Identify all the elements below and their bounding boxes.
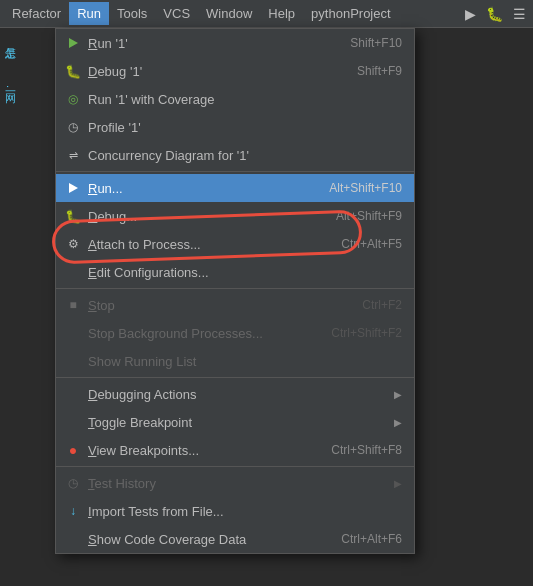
menu-item-showcoverage[interactable]: Show Code Coverage Data Ctrl+Alt+F6 (56, 525, 414, 553)
menu-item-concurrency1[interactable]: ⇌ Concurrency Diagram for '1' (56, 141, 414, 169)
menu-item-run1-label: Run '1' (88, 36, 330, 51)
menu-item-stop-label: Stop (88, 298, 342, 313)
togglebp-arrow-icon: ▶ (394, 417, 402, 428)
menu-item-run1[interactable]: Run '1' Shift+F10 (56, 29, 414, 57)
side-hint-bottom: 一网. (3, 85, 18, 88)
viewbp-icon: ● (64, 441, 82, 459)
menu-item-debug1-shortcut: Shift+F9 (357, 64, 402, 78)
menu-item-showrunning[interactable]: Show Running List (56, 347, 414, 375)
menu-item-stopbg-shortcut: Ctrl+Shift+F2 (331, 326, 402, 340)
menu-item-coverage1[interactable]: ◎ Run '1' with Coverage (56, 85, 414, 113)
concurrency1-icon: ⇌ (64, 146, 82, 164)
debugging-icon (64, 385, 82, 403)
debug1-icon: 🐛 (64, 62, 82, 80)
testhist-arrow-icon: ▶ (394, 478, 402, 489)
menu-item-profile1-label: Profile '1' (88, 120, 402, 135)
stop-icon: ■ (64, 296, 82, 314)
menu-item-togglebp-label: Toggle Breakpoint (88, 415, 390, 430)
menu-item-importtests-label: Import Tests from File... (88, 504, 402, 519)
settings-toolbar-icon[interactable]: ☰ (510, 4, 529, 24)
debugging-arrow-icon: ▶ (394, 389, 402, 400)
debug-toolbar-icon[interactable]: 🐛 (483, 4, 506, 24)
menu-item-run[interactable]: Run... Alt+Shift+F10 (56, 174, 414, 202)
attach-icon: ⚙ (64, 235, 82, 253)
menu-item-attach-shortcut: Ctrl+Alt+F5 (341, 237, 402, 251)
profile1-icon: ◷ (64, 118, 82, 136)
menu-item-viewbp-shortcut: Ctrl+Shift+F8 (331, 443, 402, 457)
menu-item-concurrency1-label: Concurrency Diagram for '1' (88, 148, 402, 163)
menu-item-stopbg[interactable]: Stop Background Processes... Ctrl+Shift+… (56, 319, 414, 347)
menu-help[interactable]: Help (260, 2, 303, 25)
importtests-icon: ↓ (64, 502, 82, 520)
testhist-icon: ◷ (64, 474, 82, 492)
debug-icon: 🐛 (64, 207, 82, 225)
menu-item-testhist[interactable]: ◷ Test History ▶ (56, 469, 414, 497)
menu-tools[interactable]: Tools (109, 2, 155, 25)
menu-item-viewbp-label: View Breakpoints... (88, 443, 311, 458)
menu-item-attach[interactable]: ⚙ Attach to Process... Ctrl+Alt+F5 (56, 230, 414, 258)
menu-item-debug[interactable]: 🐛 Debug... Alt+Shift+F9 (56, 202, 414, 230)
menu-item-debug-shortcut: Alt+Shift+F9 (336, 209, 402, 223)
menu-run[interactable]: Run (69, 2, 109, 25)
menu-item-run-label: Run... (88, 181, 309, 196)
menu-item-editconfig-label: Edit Configurations... (88, 265, 402, 280)
menu-item-debugging[interactable]: Debugging Actions ▶ (56, 380, 414, 408)
menu-item-coverage1-label: Run '1' with Coverage (88, 92, 402, 107)
togglebp-icon (64, 413, 82, 431)
menu-item-debug1-label: Debug '1' (88, 64, 337, 79)
menu-item-showcoverage-label: Show Code Coverage Data (88, 532, 321, 547)
menu-item-testhist-label: Test History (88, 476, 390, 491)
menu-item-run-shortcut: Alt+Shift+F10 (329, 181, 402, 195)
menu-item-togglebp[interactable]: Toggle Breakpoint ▶ (56, 408, 414, 436)
menu-vcs[interactable]: VCS (155, 2, 198, 25)
run-toolbar-icon[interactable]: ▶ (462, 4, 479, 24)
stopbg-icon (64, 324, 82, 342)
toolbar-right: ▶ 🐛 ☰ (462, 4, 529, 24)
menu-item-editconfig[interactable]: Edit Configurations... (56, 258, 414, 286)
menu-item-viewbp[interactable]: ● View Breakpoints... Ctrl+Shift+F8 (56, 436, 414, 464)
menu-item-attach-label: Attach to Process... (88, 237, 321, 252)
separator-4 (56, 466, 414, 467)
menu-window[interactable]: Window (198, 2, 260, 25)
separator-1 (56, 171, 414, 172)
showcoverage-icon (64, 530, 82, 548)
menu-project[interactable]: pythonProject (303, 2, 399, 25)
menu-item-profile1[interactable]: ◷ Profile '1' (56, 113, 414, 141)
run-icon (64, 34, 82, 52)
side-hints: 是怎 一网. (0, 29, 20, 586)
menu-item-showcoverage-shortcut: Ctrl+Alt+F6 (341, 532, 402, 546)
menu-item-stop-shortcut: Ctrl+F2 (362, 298, 402, 312)
editconfig-icon (64, 263, 82, 281)
run-highlighted-icon (64, 179, 82, 197)
menu-item-run1-shortcut: Shift+F10 (350, 36, 402, 50)
menu-bar: Refactor Run Tools VCS Window Help pytho… (0, 0, 533, 28)
menu-item-stop[interactable]: ■ Stop Ctrl+F2 (56, 291, 414, 319)
menu-item-showrunning-label: Show Running List (88, 354, 402, 369)
menu-item-stopbg-label: Stop Background Processes... (88, 326, 311, 341)
separator-3 (56, 377, 414, 378)
showrunning-icon (64, 352, 82, 370)
menu-item-debug1[interactable]: 🐛 Debug '1' Shift+F9 (56, 57, 414, 85)
menu-item-importtests[interactable]: ↓ Import Tests from File... (56, 497, 414, 525)
menu-item-debug-label: Debug... (88, 209, 316, 224)
run-dropdown-menu: Run '1' Shift+F10 🐛 Debug '1' Shift+F9 ◎… (55, 28, 415, 554)
menu-item-debugging-label: Debugging Actions (88, 387, 390, 402)
menu-refactor[interactable]: Refactor (4, 2, 69, 25)
coverage1-icon: ◎ (64, 90, 82, 108)
separator-2 (56, 288, 414, 289)
